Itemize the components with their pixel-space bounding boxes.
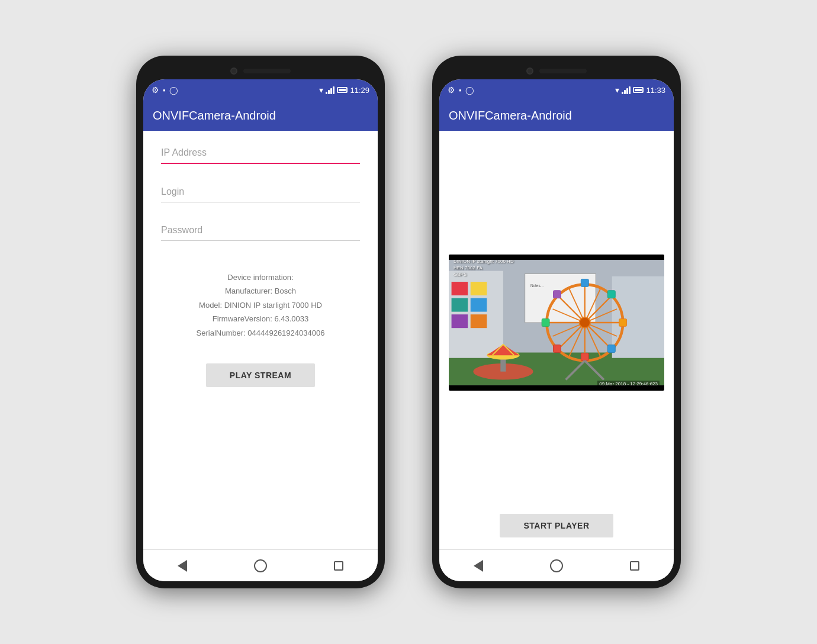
svg-rect-10	[471, 314, 487, 328]
video-container: Notes...	[449, 255, 664, 391]
start-player-button[interactable]: START PLAYER	[500, 514, 613, 537]
phone2-time: 11:33	[646, 86, 665, 95]
home-button2[interactable]	[549, 559, 564, 573]
phone1-speaker	[243, 69, 291, 73]
phone2-device: ⚙ ▪ ◯ ▾	[432, 56, 681, 588]
phone2-speaker	[539, 69, 587, 73]
gear-icon: ⚙	[152, 85, 159, 95]
video-feed: Notes...	[449, 255, 664, 391]
svg-rect-27	[553, 290, 561, 298]
device-manufacturer: Manufacturer: Bosch	[161, 284, 360, 298]
phone1-status-left: ⚙ ▪ ◯	[152, 85, 178, 95]
login-input[interactable]	[161, 182, 360, 202]
play-stream-button[interactable]: PLAY STREAM	[206, 363, 315, 387]
svg-text:Notes...: Notes...	[530, 284, 543, 288]
home-button[interactable]	[253, 559, 268, 573]
gear-icon2: ⚙	[448, 85, 455, 95]
svg-rect-5	[452, 282, 468, 295]
circle-icon2: ◯	[465, 86, 474, 95]
svg-rect-26	[619, 318, 627, 326]
device-serial: SerialNumber: 044449261924034006	[161, 326, 360, 340]
video-timestamp: 09.Mar 2018 - 12:29:46:623	[597, 381, 660, 387]
phone1-screen: ⚙ ▪ ◯ ▾	[143, 79, 378, 581]
phone1-app-bar: ONVIFCamera-Android	[143, 101, 378, 131]
password-group	[161, 220, 360, 241]
sim-icon: ▪	[163, 86, 166, 95]
home-icon	[254, 559, 267, 572]
phone1-nav-bar	[143, 549, 378, 581]
recent-icon	[334, 561, 343, 571]
circle-icon: ◯	[169, 86, 178, 95]
phone2: ⚙ ▪ ◯ ▾	[432, 56, 681, 588]
device-model: Model: DINION IP starlight 7000 HD	[161, 298, 360, 312]
battery-icon2	[633, 87, 644, 93]
phone2-screen: ⚙ ▪ ◯ ▾	[439, 79, 674, 581]
device-firmware: FirmwareVersion: 6.43.0033	[161, 312, 360, 326]
svg-rect-4	[612, 276, 664, 358]
svg-rect-23	[581, 279, 588, 286]
phone2-top-bar	[439, 63, 674, 79]
phone2-nav-bar	[439, 549, 674, 581]
ip-address-group	[161, 143, 360, 164]
recent-icon2	[630, 561, 639, 571]
phone1-camera	[230, 67, 237, 75]
signal-icon	[326, 86, 334, 94]
phone2-app-title: ONVIFCamera-Android	[449, 109, 572, 122]
device-info-label: Device information:	[161, 271, 360, 284]
phone1-top-bar	[143, 63, 378, 79]
svg-rect-8	[471, 298, 487, 311]
phone2-status-bar: ⚙ ▪ ◯ ▾	[439, 79, 674, 101]
phone2-status-left: ⚙ ▪ ◯	[448, 85, 474, 95]
svg-rect-24	[581, 353, 588, 360]
phone2-camera	[526, 67, 533, 75]
ip-address-input[interactable]	[161, 143, 360, 164]
svg-rect-6	[471, 282, 487, 295]
battery-icon	[337, 87, 348, 93]
svg-rect-7	[452, 298, 468, 311]
device-info: Device information: Manufacturer: Bosch …	[161, 271, 360, 340]
back-icon2	[474, 560, 483, 572]
phone2-app-bar: ONVIFCamera-Android	[439, 101, 674, 131]
svg-rect-25	[542, 318, 549, 326]
svg-point-22	[580, 317, 590, 327]
phone2-content: Notes...	[439, 131, 674, 549]
phone1: ⚙ ▪ ◯ ▾	[136, 56, 385, 588]
phone1-content: Device information: Manufacturer: Bosch …	[143, 131, 378, 549]
phone1-device: ⚙ ▪ ◯ ▾	[136, 56, 385, 588]
phone1-status-bar: ⚙ ▪ ◯ ▾	[143, 79, 378, 101]
phone2-status-right: ▾ 11:33	[615, 85, 665, 95]
back-icon	[178, 560, 187, 572]
phone1-app-title: ONVIFCamera-Android	[153, 109, 276, 122]
sim-icon2: ▪	[459, 86, 462, 95]
back-button2[interactable]	[471, 559, 485, 573]
phone1-status-right: ▾ 11:29	[319, 85, 369, 95]
login-group	[161, 182, 360, 202]
wifi-icon2: ▾	[615, 85, 619, 95]
recent-button[interactable]	[332, 559, 346, 573]
phone1-time: 11:29	[350, 86, 369, 95]
wifi-icon: ▾	[319, 85, 323, 95]
svg-rect-28	[607, 290, 615, 298]
password-input[interactable]	[161, 220, 360, 241]
svg-rect-29	[553, 344, 561, 352]
back-button[interactable]	[175, 559, 189, 573]
recent-button2[interactable]	[628, 559, 642, 573]
home-icon2	[550, 559, 563, 572]
svg-rect-30	[607, 344, 615, 352]
signal-icon2	[622, 86, 631, 94]
svg-rect-9	[452, 314, 468, 328]
video-overlay: DINION IP starlight 7000 HDHEN 7002 FAGB…	[453, 258, 514, 278]
